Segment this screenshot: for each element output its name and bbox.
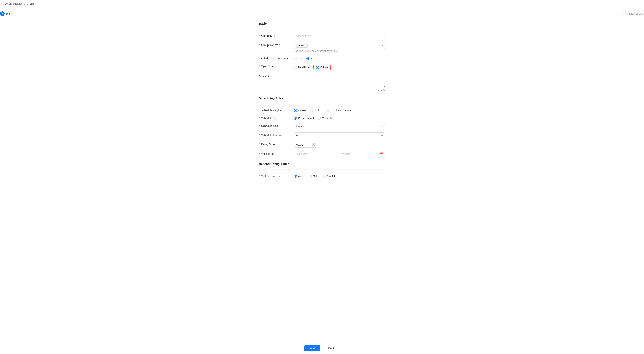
group-owners-row: * Group owners : admin ✕ ▾ Can view, mod… — [259, 42, 385, 52]
basic-section-title: Basic — [259, 22, 385, 25]
schedule-engine-radio-group: Quartz Airflow DolphinScheduler — [294, 108, 385, 112]
group-id-row: * Group ID i : — [259, 33, 385, 39]
sync-offline-option[interactable]: Offline — [316, 66, 328, 69]
engine-airflow-label: Airflow — [314, 109, 322, 112]
schedule-engine-row: * Schedule Engine : Quartz Airflow — [259, 108, 385, 112]
calendar-icon[interactable]: 📅 — [378, 152, 385, 156]
depend-divider — [259, 169, 385, 170]
delay-time-wrapper: 🕐 — [294, 142, 317, 148]
sync-realtime-option[interactable]: RealTime — [294, 66, 310, 69]
self-dependence-row: * Self Dependence : Alone Self — [259, 174, 385, 178]
engine-dolphin-option[interactable]: DolphinScheduler — [326, 109, 352, 112]
step-1: 1 Info — [0, 11, 11, 16]
group-id-label: * Group ID i : — [259, 33, 294, 37]
schedule-unit-row: * Schedule Unit : Hours Minutes Days Wee… — [259, 123, 385, 129]
type-crontab-option[interactable]: Crontab — [318, 117, 332, 120]
form-content: Basic * Group ID i : * Group owners : — [254, 22, 390, 202]
start-date-input[interactable] — [294, 151, 334, 157]
step-2-circle: 2 — [623, 11, 628, 16]
end-date-input[interactable] — [338, 151, 378, 157]
dependence-alone-option[interactable]: Alone — [294, 175, 305, 178]
delay-time-row: * Delay Time : 🕐 — [259, 142, 385, 148]
step-1-circle: 1 — [0, 11, 5, 16]
self-dependence-label: * Self Dependence : — [259, 174, 294, 178]
valid-time-control: → 📅 — [294, 151, 385, 157]
engine-dolphin-label: DolphinScheduler — [330, 109, 352, 112]
schedule-type-control: Conventional Crontab — [294, 116, 385, 120]
engine-quartz-option[interactable]: Quartz — [294, 109, 306, 112]
step-connector — [14, 14, 620, 14]
schedule-type-label: * Schedule Type : — [259, 116, 294, 120]
breadcrumb-separator: / — [24, 2, 25, 5]
full-db-yes-dot — [294, 57, 297, 60]
engine-airflow-dot — [310, 109, 313, 112]
schedule-unit-select[interactable]: Hours Minutes Days Weeks — [294, 123, 385, 129]
breadcrumb-current: Create — [27, 2, 34, 5]
full-db-yes-option[interactable]: Yes — [294, 57, 302, 60]
breadcrumb-parent[interactable]: Synchronization — [5, 2, 22, 5]
description-char-count: 0 / 100 — [294, 88, 385, 91]
interval-wrapper: H — [294, 133, 385, 138]
breadcrumb: Synchronization / Create — [0, 0, 644, 7]
full-db-no-label: No — [310, 57, 314, 60]
type-crontab-label: Crontab — [322, 117, 332, 120]
full-db-no-dot — [306, 57, 309, 60]
schedule-unit-select-wrapper: Hours Minutes Days Weeks ▾ — [294, 123, 385, 129]
sync-type-label: * Sync Type : — [259, 64, 294, 68]
group-owners-label: * Group owners : — [259, 42, 294, 46]
dependence-self-option[interactable]: Self — [309, 175, 318, 178]
self-dependence-radio-group: Alone Self Parallel — [294, 174, 385, 178]
dependence-parallel-dot — [322, 175, 324, 178]
dependence-alone-label: Alone — [298, 175, 305, 178]
admin-tag-remove[interactable]: ✕ — [304, 45, 306, 47]
dependence-self-dot — [309, 175, 312, 178]
description-row: Description : 0 / 100 — [259, 74, 385, 91]
group-owners-input[interactable]: admin ✕ ▾ — [294, 42, 385, 49]
scheduling-divider — [259, 104, 385, 104]
admin-tag: admin ✕ — [296, 44, 308, 47]
date-range-wrapper: → 📅 — [294, 151, 385, 157]
schedule-unit-label: * Schedule Unit : — [259, 123, 294, 128]
description-label: Description : — [259, 74, 294, 78]
valid-time-row: * Valid Time : → 📅 — [259, 151, 385, 157]
step-2: 2 Data stream — [623, 11, 644, 16]
schedule-type-row: * Schedule Type : Conventional Crontab — [259, 116, 385, 120]
full-db-migration-radio-group: Yes No — [294, 56, 385, 60]
full-db-migration-row: * Full database migration : Yes No — [259, 56, 385, 60]
schedule-interval-label: * Schedule Interval : — [259, 133, 294, 137]
full-db-no-option[interactable]: No — [306, 57, 314, 60]
step-2-label: Data stream — [629, 12, 644, 15]
date-separator: → — [334, 153, 338, 155]
schedule-interval-input[interactable] — [294, 133, 385, 138]
full-db-yes-label: Yes — [298, 57, 302, 60]
engine-dolphin-dot — [326, 109, 330, 112]
schedule-interval-control: H — [294, 133, 385, 138]
sync-type-row: * Sync Type : RealTime Offline — [259, 64, 385, 70]
admin-tag-label: admin — [297, 44, 304, 47]
scheduling-section: Scheduling Rules * Schedule Engine : Qua… — [259, 97, 385, 157]
schedule-engine-control: Quartz Airflow DolphinScheduler — [294, 108, 385, 112]
dependence-parallel-option[interactable]: Parallel — [322, 175, 335, 178]
delay-time-input[interactable] — [294, 142, 317, 148]
sync-type-control: RealTime Offline — [294, 64, 385, 70]
group-owners-control: admin ✕ ▾ Can view, modify data synchron… — [294, 42, 385, 52]
type-conventional-option[interactable]: Conventional — [294, 117, 314, 120]
delay-time-label: * Delay Time : — [259, 142, 294, 146]
engine-quartz-label: Quartz — [298, 109, 306, 112]
sync-type-radio-group: RealTime Offline — [294, 64, 385, 70]
type-crontab-dot — [318, 117, 321, 120]
engine-airflow-option[interactable]: Airflow — [310, 109, 322, 112]
step-1-label: Info — [6, 12, 11, 15]
delay-time-control: 🕐 — [294, 142, 385, 148]
group-id-required: * — [259, 34, 260, 37]
self-dependence-control: Alone Self Parallel — [294, 174, 385, 178]
description-textarea[interactable] — [294, 74, 385, 87]
basic-section: Basic * Group ID i : * Group owners : — [259, 22, 385, 91]
group-id-input[interactable] — [294, 33, 385, 39]
dependence-alone-dot — [294, 175, 297, 178]
sync-offline-wrapper: Offline — [314, 65, 331, 70]
group-id-info-icon[interactable]: i — [273, 34, 276, 37]
group-id-control — [294, 33, 385, 39]
group-owners-hint: Can view, modify data synchronization in… — [294, 50, 385, 52]
description-control: 0 / 100 — [294, 74, 385, 91]
